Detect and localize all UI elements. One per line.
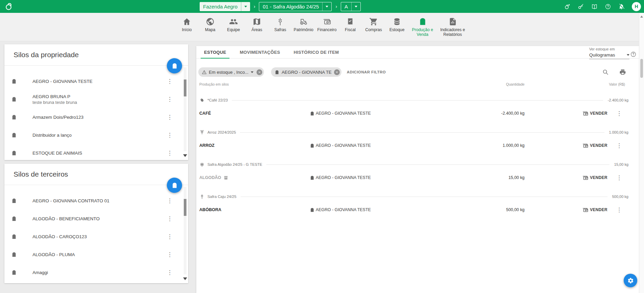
unit-selector[interactable]: Ver estoque em Quilogramas bbox=[589, 47, 629, 59]
silo-filter-chip[interactable]: AEGRO - GIOVANNA TE bbox=[271, 67, 341, 77]
chevron-down-icon[interactable] bbox=[323, 6, 331, 7]
globe-icon bbox=[206, 17, 215, 26]
nav-item-inicio[interactable]: Início bbox=[175, 17, 199, 41]
home-icon bbox=[182, 17, 191, 26]
receipt-icon bbox=[346, 17, 355, 26]
print-icon[interactable] bbox=[619, 69, 626, 75]
status-filter-chip[interactable]: Em estoque , Inco... bbox=[198, 67, 264, 77]
scrollbar-thumb[interactable] bbox=[640, 59, 643, 78]
search-icon[interactable] bbox=[602, 69, 609, 75]
kebab-menu-icon[interactable] bbox=[167, 114, 173, 120]
page-scrollbar[interactable] bbox=[639, 13, 644, 293]
kebab-menu-icon[interactable] bbox=[167, 150, 173, 156]
knowledge-book-icon[interactable] bbox=[591, 3, 598, 10]
nav-item-compras[interactable]: Compras bbox=[362, 17, 385, 41]
nav-item-fiscal[interactable]: Fiscal bbox=[339, 17, 362, 41]
sell-button[interactable]: VENDER bbox=[582, 175, 607, 181]
help-icon[interactable] bbox=[605, 3, 611, 10]
silo-icon bbox=[418, 17, 427, 26]
add-filter-button[interactable]: ADICIONAR FILTRO bbox=[347, 70, 386, 74]
table-row[interactable]: CAFÉ AEGRO - GIOVANNA TESTE -2.400,00 kg… bbox=[196, 105, 639, 122]
kebab-menu-icon[interactable] bbox=[167, 198, 173, 204]
farm-selector[interactable]: Fazenda Aegro bbox=[200, 2, 250, 11]
nav-item-indicadores-relatorios[interactable]: Indicadores e Relatórios bbox=[437, 17, 469, 41]
field-selector[interactable]: A bbox=[341, 2, 361, 11]
nav-item-producao-e-venda[interactable]: Produção e Venda bbox=[409, 17, 437, 41]
nav-item-financeiro[interactable]: Financeiro bbox=[315, 17, 339, 41]
sell-button[interactable]: VENDER bbox=[582, 207, 607, 213]
top-app-bar: Fazenda Aegro › 01 - Safra Algodão 24/25… bbox=[0, 0, 644, 13]
silo-name: AEGRO - GIOVANNA TESTE bbox=[316, 207, 371, 212]
scroll-up-icon[interactable] bbox=[640, 16, 643, 18]
tab-historico-de-item[interactable]: HISTÓRICO DE ITEM bbox=[287, 46, 346, 58]
sell-button[interactable]: VENDER bbox=[582, 110, 607, 117]
kebab-menu-icon[interactable] bbox=[167, 252, 173, 257]
kebab-menu-icon[interactable] bbox=[167, 234, 173, 240]
scrollbar-thumb[interactable] bbox=[184, 199, 186, 216]
silo-icon bbox=[11, 132, 17, 138]
silo-list-item[interactable]: ALGODÃO - BENEFICIAMENTO bbox=[4, 210, 188, 228]
chevron-down-icon[interactable] bbox=[241, 6, 250, 7]
kebab-menu-icon[interactable] bbox=[167, 78, 173, 84]
nav-item-mapa[interactable]: Mapa bbox=[199, 17, 222, 41]
silo-icon bbox=[310, 143, 315, 148]
nav-item-equipe[interactable]: Equipe bbox=[222, 17, 245, 41]
tab-movimentacoes[interactable]: MOVIMENTAÇÕES bbox=[233, 46, 287, 58]
kebab-menu-icon[interactable] bbox=[167, 216, 173, 222]
stock-table: *Café 22/23 -2.400,00 kg CAFÉ AEGRO - GI… bbox=[196, 96, 639, 219]
crop-group-label: Safra Algodão 24/25 - G TESTE bbox=[207, 162, 262, 166]
clear-filter-icon[interactable] bbox=[334, 69, 340, 75]
divider bbox=[240, 132, 604, 133]
add-account-icon[interactable] bbox=[564, 3, 571, 10]
chevron-down-icon[interactable] bbox=[352, 6, 360, 7]
silo-list-item[interactable]: Distribuidor a lanço bbox=[4, 126, 188, 144]
add-silo-button[interactable] bbox=[167, 178, 182, 193]
silo-list: AEGRO - GIOVANNA TESTE AEGRO BRUNA P tes… bbox=[4, 66, 188, 162]
crop-group-label: *Café 22/23 bbox=[207, 98, 228, 102]
silo-list-item[interactable]: Amaggi bbox=[4, 264, 188, 281]
silo-list-item[interactable]: AEGRO - GIOVANNA TESTE bbox=[4, 72, 188, 90]
kebab-menu-icon[interactable] bbox=[616, 111, 622, 116]
silo-icon bbox=[11, 270, 17, 275]
chevron-down-icon[interactable] bbox=[251, 71, 253, 73]
silo-name: AEGRO - GIOVANNA CONTRATO 01 bbox=[32, 198, 109, 203]
silo-list-item[interactable]: ESTOQUE DE ANIMAIS bbox=[4, 144, 188, 162]
silo-list-item[interactable]: Armazem Dois/Pedro123 bbox=[4, 108, 188, 126]
nav-item-safras[interactable]: Safras bbox=[269, 17, 292, 41]
scrollbar-thumb[interactable] bbox=[184, 80, 186, 96]
notifications-off-icon[interactable] bbox=[618, 3, 625, 10]
user-avatar[interactable]: H bbox=[632, 2, 641, 11]
table-row[interactable]: ALGODÃO AEGRO - GIOVANNA TESTE 15,00 kg … bbox=[196, 169, 639, 186]
nav-item-estoque[interactable]: Estoque bbox=[385, 17, 409, 41]
crop-group-header: Arroz 2024/2025 1.000,00 kg bbox=[196, 128, 639, 137]
silo-icon bbox=[11, 114, 17, 120]
season-selector[interactable]: 01 - Safra Algodão 24/25 bbox=[259, 2, 332, 11]
kebab-menu-icon[interactable] bbox=[167, 270, 173, 275]
kebab-menu-icon[interactable] bbox=[616, 143, 622, 149]
add-silo-button[interactable] bbox=[167, 58, 182, 73]
banknote-icon bbox=[582, 142, 589, 149]
scroll-down-icon[interactable] bbox=[183, 154, 187, 157]
silo-list-item[interactable]: AEGRO BRUNA P teste bruna teste bruna bbox=[4, 90, 188, 108]
table-row[interactable]: ABÓBORA AEGRO - GIOVANNA TESTE 500,00 kg… bbox=[196, 201, 639, 219]
kebab-menu-icon[interactable] bbox=[616, 175, 622, 181]
table-row[interactable]: ARROZ AEGRO - GIOVANNA TESTE 1.000,00 kg… bbox=[196, 137, 639, 154]
silo-list-item[interactable]: AEGRO - GIOVANNA CONTRATO 01 bbox=[4, 192, 188, 210]
kebab-menu-icon[interactable] bbox=[616, 207, 622, 213]
silo-subtitle: teste bruna teste bruna bbox=[32, 100, 77, 105]
kebab-menu-icon[interactable] bbox=[167, 132, 173, 138]
silo-list-item[interactable]: ALGODÃO - CAROÇO123 bbox=[4, 228, 188, 246]
nav-item-patrimonio[interactable]: Patrimônio bbox=[292, 17, 315, 41]
kebab-menu-icon[interactable] bbox=[167, 96, 173, 102]
clear-filter-icon[interactable] bbox=[257, 69, 262, 75]
sell-button[interactable]: VENDER bbox=[582, 142, 607, 149]
key-icon[interactable] bbox=[578, 3, 584, 10]
divider bbox=[241, 2, 241, 11]
scroll-down-icon[interactable] bbox=[183, 277, 187, 280]
nav-item-areas[interactable]: Áreas bbox=[245, 17, 269, 41]
panel-title: Silos de terceiros bbox=[4, 164, 188, 185]
tab-estoque[interactable]: ESTOQUE bbox=[197, 46, 233, 58]
silo-list-item[interactable]: ALGODÃO - PLUMA bbox=[4, 246, 188, 264]
support-fab[interactable] bbox=[624, 274, 637, 287]
help-icon[interactable] bbox=[630, 51, 637, 58]
